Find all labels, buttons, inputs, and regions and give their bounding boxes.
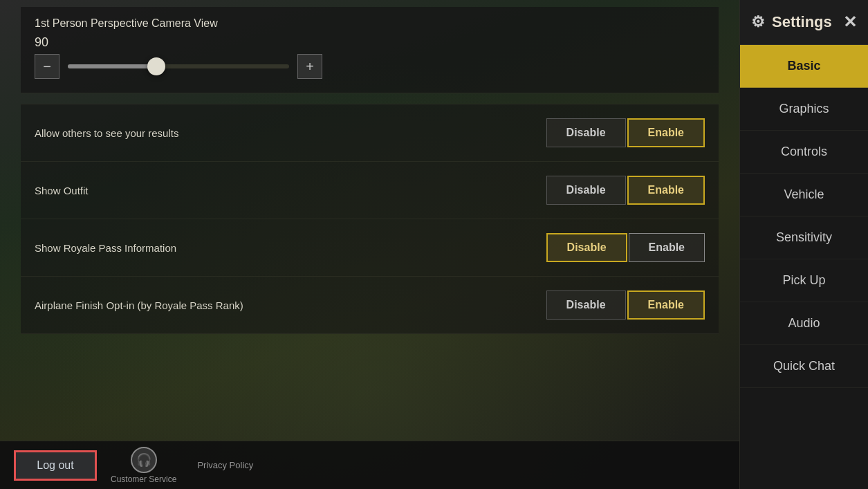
bottom-bar: Log out 🎧 Customer Service Privacy Polic… [0, 441, 739, 489]
airplane-finish-toggle: Disable Enable [546, 290, 705, 320]
royale-pass-row: Show Royale Pass Information Disable Ena… [21, 219, 719, 276]
gear-icon: ⚙ [751, 13, 765, 31]
royale-pass-toggle: Disable Enable [546, 233, 705, 262]
show-outfit-toggle: Disable Enable [546, 176, 705, 205]
sidebar-item-graphics[interactable]: Graphics [740, 88, 868, 131]
slider-decrease-button[interactable]: − [35, 54, 59, 79]
main-content: 1st Person Perspective Camera View 90 − … [0, 0, 739, 489]
headset-icon: 🎧 [131, 447, 157, 473]
camera-view-label: 1st Person Perspective Camera View [35, 17, 705, 30]
sidebar-item-pickup[interactable]: Pick Up [740, 259, 868, 302]
airplane-finish-label: Airplane Finish Opt-in (by Royale Pass R… [35, 299, 243, 311]
sidebar-basic-label: Basic [787, 59, 820, 73]
allow-results-label: Allow others to see your results [35, 127, 178, 139]
show-outfit-row: Show Outfit Disable Enable [21, 161, 719, 219]
sidebar-item-basic[interactable]: Basic [740, 45, 868, 88]
sidebar-audio-label: Audio [788, 316, 820, 330]
sidebar-quickchat-label: Quick Chat [773, 359, 835, 373]
slider-thumb[interactable] [147, 57, 165, 75]
sidebar-item-audio[interactable]: Audio [740, 302, 868, 345]
camera-view-section: 1st Person Perspective Camera View 90 − … [21, 7, 719, 93]
settings-panel: 1st Person Perspective Camera View 90 − … [0, 0, 739, 441]
airplane-finish-disable-button[interactable]: Disable [546, 290, 626, 320]
slider-value-display: 90 [35, 35, 48, 49]
royale-pass-enable-button[interactable]: Enable [629, 233, 705, 262]
privacy-policy-link[interactable]: Privacy Policy [197, 460, 253, 470]
close-button[interactable]: ✕ [843, 12, 857, 32]
sidebar-vehicle-label: Vehicle [784, 187, 824, 201]
sidebar-item-vehicle[interactable]: Vehicle [740, 174, 868, 216]
airplane-finish-enable-button[interactable]: Enable [627, 290, 705, 320]
royale-pass-disable-button[interactable]: Disable [546, 233, 627, 262]
show-outfit-disable-button[interactable]: Disable [546, 176, 626, 205]
royale-pass-label: Show Royale Pass Information [35, 242, 176, 254]
settings-sidebar: ⚙ Settings ✕ Basic Graphics Controls Veh… [739, 0, 868, 489]
sidebar-sensitivity-label: Sensitivity [776, 230, 832, 244]
customer-service-button[interactable]: 🎧 Customer Service [111, 447, 176, 484]
show-outfit-label: Show Outfit [35, 185, 89, 196]
allow-results-toggle: Disable Enable [546, 118, 705, 147]
sidebar-graphics-label: Graphics [779, 102, 829, 116]
customer-service-label: Customer Service [111, 474, 176, 484]
sidebar-title: ⚙ Settings [751, 13, 832, 31]
show-outfit-enable-button[interactable]: Enable [627, 176, 705, 205]
sidebar-item-quickchat[interactable]: Quick Chat [740, 345, 868, 388]
sidebar-item-controls[interactable]: Controls [740, 131, 868, 174]
sidebar-item-sensitivity[interactable]: Sensitivity [740, 216, 868, 259]
logout-button[interactable]: Log out [14, 450, 97, 481]
airplane-finish-row: Airplane Finish Opt-in (by Royale Pass R… [21, 276, 719, 334]
slider-row: − + [35, 54, 705, 79]
sidebar-pickup-label: Pick Up [782, 273, 825, 287]
sidebar-controls-label: Controls [781, 145, 827, 158]
allow-results-disable-button[interactable]: Disable [546, 118, 626, 147]
slider-increase-button[interactable]: + [297, 54, 322, 79]
sidebar-title-text: Settings [772, 13, 832, 31]
allow-results-enable-button[interactable]: Enable [627, 118, 705, 147]
allow-results-row: Allow others to see your results Disable… [21, 104, 719, 161]
sidebar-header: ⚙ Settings ✕ [740, 0, 868, 45]
slider-track[interactable] [68, 64, 289, 68]
